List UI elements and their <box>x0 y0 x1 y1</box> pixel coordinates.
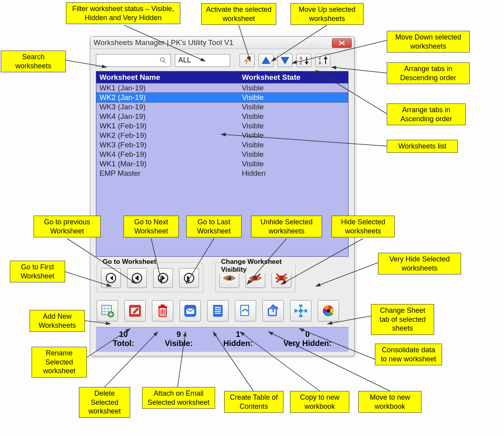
row-state: Visible <box>242 141 345 149</box>
svg-text:Z: Z <box>319 56 321 60</box>
callout-rename: Rename Selected worksheet <box>32 347 87 378</box>
callout-moveup: Move Up selected worksheets <box>290 3 363 25</box>
email-button[interactable] <box>180 300 201 321</box>
sort-desc-button[interactable]: AZ <box>296 54 311 67</box>
svg-text:A: A <box>319 61 321 65</box>
svg-rect-55 <box>161 304 165 306</box>
eye-cross-icon <box>275 272 288 284</box>
row-state: Visible <box>242 103 345 111</box>
running-man-icon <box>242 56 252 65</box>
svg-rect-66 <box>294 309 297 312</box>
list-row[interactable]: WK2 (Feb-19)Visible <box>96 131 348 140</box>
callout-consolidate: Consolidate data to new worksheet <box>375 344 442 365</box>
stat-hidden-label: Hidden: <box>223 339 253 348</box>
list-row[interactable]: EMP MasterHidden <box>96 169 348 178</box>
col-header-state: Worksheet State <box>242 73 345 82</box>
callout-search: Search worksheets <box>1 51 66 72</box>
consolidate-button[interactable] <box>290 300 311 321</box>
sort-asc-button[interactable]: ZA <box>315 54 330 67</box>
goto-group: Go to Worksheet <box>97 262 203 292</box>
filter-dropdown[interactable]: ALL <box>175 54 230 67</box>
svg-point-74 <box>327 309 330 312</box>
add-worksheet-button[interactable] <box>97 300 118 321</box>
svg-point-35 <box>227 276 231 280</box>
svg-text:A: A <box>300 56 302 60</box>
row-name: WK1 (Mar-19) <box>99 160 242 168</box>
delete-button[interactable] <box>152 300 173 321</box>
first-icon <box>105 272 117 284</box>
callout-delete: Delete Selected worksheet <box>79 387 130 418</box>
arrow-up-icon <box>261 56 271 65</box>
sort-za-up-icon: ZA <box>318 55 328 66</box>
callout-veryhide: Very Hide Selected worksheets <box>378 253 461 274</box>
goto-first-button[interactable] <box>101 268 121 288</box>
sheet-plus-icon <box>100 304 114 318</box>
svg-rect-68 <box>299 304 302 307</box>
prev-icon <box>131 272 143 284</box>
last-icon <box>183 272 195 284</box>
row-state: Visible <box>242 131 345 140</box>
tab-color-button[interactable] <box>318 300 339 321</box>
row-name: WK2 (Feb-19) <box>99 131 242 140</box>
list-row[interactable]: WK4 (Jan-19)Visible <box>96 112 348 121</box>
rename-button[interactable] <box>124 300 146 321</box>
goto-prev-button[interactable] <box>127 268 147 288</box>
list-header: Worksheet Name Worksheet State <box>96 71 348 83</box>
row-state: Visible <box>242 160 345 168</box>
svg-rect-65 <box>299 309 302 312</box>
activate-button[interactable] <box>240 54 255 67</box>
stat-total-value: 10 <box>119 330 128 339</box>
list-row[interactable]: WK1 (Feb-19)Visible <box>96 121 348 131</box>
callout-sortdesc: Arrange tabs in Descending order <box>387 62 470 84</box>
row-state: Visible <box>242 150 345 159</box>
copy-sheet-icon <box>238 304 253 318</box>
list-row[interactable]: WK3 (Feb-19)Visible <box>96 140 348 150</box>
stat-veryhidden-value: 0 <box>305 330 309 339</box>
list-row[interactable]: WK2 (Jan-19)Visible <box>96 93 348 102</box>
row-name: WK3 (Jan-19) <box>99 103 242 111</box>
stat-hidden-value: 1 <box>236 330 240 339</box>
goto-legend: Go to Worksheet <box>101 258 158 266</box>
move-to-workbook-button[interactable] <box>262 300 284 321</box>
list-row[interactable]: WK3 (Jan-19)Visible <box>96 102 348 112</box>
row-name: WK3 (Feb-19) <box>99 141 242 149</box>
stat-total-label: Totol: <box>113 339 134 348</box>
search-input[interactable] <box>96 54 159 66</box>
row-state: Visible <box>242 112 345 121</box>
callout-movedown: Move Down selected worksheets <box>387 31 470 53</box>
copy-to-workbook-button[interactable] <box>235 300 256 321</box>
stats-bar: 10Totol: 9Visible: 1Hidden: 0Very Hidden… <box>96 327 348 352</box>
svg-point-24 <box>160 58 164 62</box>
callout-sortasc: Arrange tabs in Ascending order <box>387 103 466 125</box>
callout-gofirst: Go to First Worksheet <box>10 261 65 282</box>
svg-rect-60 <box>215 309 221 310</box>
titlebar[interactable]: Worksheets Manager | PK's Utility Tool V… <box>90 37 354 49</box>
callout-golast: Go to Last Worksheet <box>186 216 242 237</box>
search-input-wrap <box>96 54 171 67</box>
close-button[interactable] <box>332 38 352 48</box>
list-row[interactable]: WK1 (Jan-19)Visible <box>96 83 348 93</box>
merge-icon <box>294 304 308 318</box>
row-state: Visible <box>242 93 345 102</box>
search-icon <box>159 57 169 64</box>
row-name: WK2 (Jan-19) <box>99 93 242 102</box>
eye-slash-icon <box>249 272 262 284</box>
worksheets-manager-dialog: Worksheets Manager | PK's Utility Tool V… <box>90 36 354 356</box>
svg-rect-67 <box>305 309 307 312</box>
toc-button[interactable] <box>207 300 229 321</box>
export-icon <box>266 304 280 318</box>
col-header-name: Worksheet Name <box>99 73 242 82</box>
callout-goprev: Go to previous Worksheet <box>34 216 101 237</box>
visibility-legend: Change Worksheet Visiblity <box>219 258 295 274</box>
goto-last-button[interactable] <box>179 268 199 288</box>
list-row[interactable]: WK1 (Mar-19)Visible <box>96 159 348 169</box>
move-up-button[interactable] <box>259 54 274 67</box>
svg-rect-59 <box>215 307 221 308</box>
window-title: Worksheets Manager | PK's Utility Tool V… <box>94 38 233 47</box>
list-row[interactable]: WK4 (Feb-19)Visible <box>96 150 348 159</box>
svg-rect-69 <box>299 315 302 317</box>
document-lines-icon <box>211 304 225 318</box>
goto-next-button[interactable] <box>153 268 173 288</box>
move-down-button[interactable] <box>277 54 292 67</box>
next-icon <box>157 272 169 284</box>
